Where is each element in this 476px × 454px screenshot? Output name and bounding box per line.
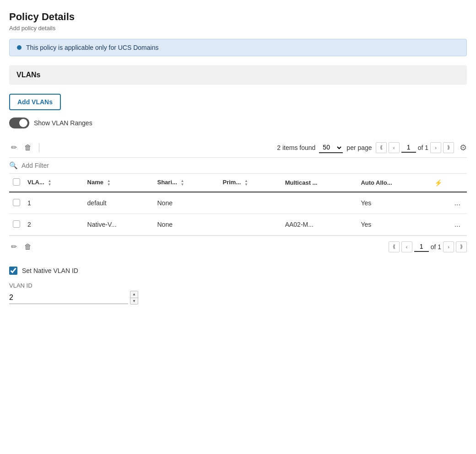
row1-name: default (84, 192, 154, 214)
header-sharing: Shari... ▲ ▼ (153, 174, 219, 192)
row1-checkbox-cell (9, 192, 24, 214)
header-checkbox-cell (9, 174, 24, 192)
info-dot-icon (17, 45, 22, 50)
set-native-vlan-checkbox[interactable] (9, 267, 17, 275)
vlan-id-input-row: ▲ ▼ (9, 291, 467, 304)
row1-multicast (281, 192, 357, 214)
header-vlan-id: VLA... ▲ ▼ (24, 174, 84, 192)
table-toolbar-top: ✏ 🗑 2 items found 50 25 100 per page ⟪ ‹… (9, 138, 467, 158)
header-actions: ⚡ (431, 174, 467, 192)
page-number-input-bottom[interactable] (414, 242, 429, 252)
last-page-button-bottom[interactable]: ⟫ (456, 241, 467, 252)
row2-sharing: None (153, 214, 219, 235)
table-toolbar-bottom: ✏ 🗑 ⟪ ‹ of 1 › ⟫ (9, 235, 467, 257)
row1-action-menu-button[interactable]: ... (452, 198, 463, 208)
header-name: Name ▲ ▼ (84, 174, 154, 192)
per-page-select[interactable]: 50 25 100 (319, 142, 343, 153)
header-sharing-label: Shari... (157, 179, 177, 186)
row1-actions: ... (431, 192, 467, 214)
vlan-id-section: VLAN ID ▲ ▼ (9, 282, 467, 304)
row2-actions: ... (431, 214, 467, 235)
table-body: 1 default None Yes ... 2 Native-V... Non… (9, 192, 467, 235)
show-vlan-ranges-toggle[interactable] (9, 118, 29, 128)
next-page-button-bottom[interactable]: › (443, 241, 454, 252)
vlan-id-label: VLAN ID (9, 282, 467, 289)
page-subtitle: Add policy details (9, 25, 467, 32)
filter-row: 🔍 (9, 158, 467, 174)
row2-checkbox[interactable] (13, 220, 20, 228)
vlan-id-stepper[interactable]: ▲ ▼ (130, 291, 138, 304)
vlans-section-header: VLANs (9, 65, 467, 85)
table-header-row: VLA... ▲ ▼ Name ▲ ▼ Shari... ▲ ▼ (9, 174, 467, 192)
row2-multicast: AA02-M... (281, 214, 357, 235)
edit-icon-bottom[interactable]: ✏ (9, 240, 19, 253)
sort-arrows-vlan-id[interactable]: ▲ ▼ (48, 179, 51, 187)
show-vlan-ranges-label: Show VLAN Ranges (34, 119, 92, 127)
filter-search-icon: 🔍 (9, 161, 18, 170)
row2-vlan-id: 2 (24, 214, 84, 235)
toolbar-divider (39, 143, 39, 152)
native-vlan-section: Set Native VLAN ID (9, 267, 467, 275)
gear-icon[interactable]: ⚙ (460, 143, 467, 153)
row1-primary (219, 192, 281, 214)
header-auto-allow-label: Auto Allo... (361, 179, 392, 186)
table-row: 1 default None Yes ... (9, 192, 467, 214)
per-page-label: per page (346, 144, 372, 151)
set-native-vlan-label: Set Native VLAN ID (22, 267, 78, 274)
pagination-bottom: ⟪ ‹ of 1 › ⟫ (389, 241, 467, 252)
page-number-input[interactable] (401, 143, 416, 153)
last-page-button[interactable]: ⟫ (443, 142, 454, 153)
row2-primary (219, 214, 281, 235)
sort-arrows-name[interactable]: ▲ ▼ (107, 179, 111, 187)
header-auto-allow: Auto Allo... (357, 174, 431, 192)
first-page-button-bottom[interactable]: ⟪ (389, 241, 400, 252)
delete-icon[interactable]: 🗑 (22, 142, 33, 154)
row2-auto-allow: Yes (357, 214, 431, 235)
sort-arrows-primary[interactable]: ▲ ▼ (244, 179, 248, 187)
select-all-checkbox[interactable] (13, 178, 20, 186)
row2-checkbox-cell (9, 214, 24, 235)
header-multicast: Multicast ... (281, 174, 357, 192)
edit-icon[interactable]: ✏ (9, 141, 19, 154)
filter-input[interactable] (22, 162, 467, 169)
pagination-top: ⟪ ‹ of 1 › ⟫ (376, 142, 454, 153)
first-page-button[interactable]: ⟪ (376, 142, 387, 153)
delete-icon-bottom[interactable]: 🗑 (22, 241, 33, 253)
info-banner-text: This policy is applicable only for UCS D… (26, 44, 158, 51)
page-title: Policy Details (9, 11, 467, 23)
vlans-table: VLA... ▲ ▼ Name ▲ ▼ Shari... ▲ ▼ (9, 174, 467, 235)
header-vlan-id-label: VLA... (27, 179, 44, 186)
stepper-down-icon[interactable]: ▼ (130, 298, 138, 304)
sort-arrows-sharing[interactable]: ▲ ▼ (180, 179, 184, 187)
vlan-id-input[interactable] (9, 292, 128, 304)
prev-page-button-bottom[interactable]: ‹ (401, 241, 412, 252)
stepper-up-icon[interactable]: ▲ (130, 291, 138, 298)
lightning-icon[interactable]: ⚡ (434, 179, 442, 187)
header-name-label: Name (87, 179, 103, 186)
header-multicast-label: Multicast ... (285, 179, 318, 186)
page-of-top: of 1 (418, 144, 428, 151)
row1-sharing: None (153, 192, 219, 214)
header-primary: Prim... ▲ ▼ (219, 174, 281, 192)
row2-name: Native-V... (84, 214, 154, 235)
row1-auto-allow: Yes (357, 192, 431, 214)
items-found: 2 items found (277, 144, 315, 151)
show-vlan-ranges-row: Show VLAN Ranges (9, 118, 467, 128)
vlans-heading: VLANs (16, 71, 40, 79)
row1-checkbox[interactable] (13, 199, 20, 206)
next-page-button[interactable]: › (430, 142, 441, 153)
table-row: 2 Native-V... None AA02-M... Yes ... (9, 214, 467, 235)
add-vlans-button[interactable]: Add VLANs (9, 94, 61, 110)
page-of-bottom: of 1 (431, 243, 441, 251)
row2-action-menu-button[interactable]: ... (452, 219, 463, 230)
header-primary-label: Prim... (223, 179, 241, 186)
prev-page-button[interactable]: ‹ (389, 142, 400, 153)
row1-vlan-id: 1 (24, 192, 84, 214)
info-banner: This policy is applicable only for UCS D… (9, 39, 467, 56)
